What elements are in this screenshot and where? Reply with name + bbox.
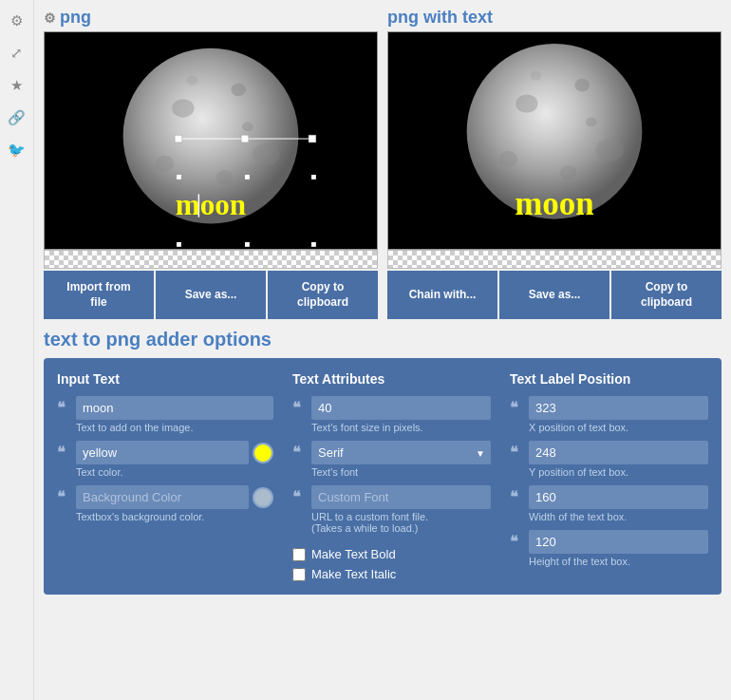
bg-color-swatch[interactable] — [253, 487, 273, 508]
moon-field-row: ❝ — [57, 396, 273, 420]
options-panel: Input Text ❝ Text to add on the image. ❝… — [44, 358, 722, 595]
twitter-icon[interactable]: 🐦 — [8, 141, 27, 160]
text-attributes-col-title: Text Attributes — [292, 371, 491, 387]
font-size-field-group: ❝ Text's font size in pixels. — [292, 396, 491, 435]
star-icon[interactable]: ★ — [8, 76, 27, 95]
copy-to-clipboard-button-png[interactable]: Copy to clipboard — [268, 271, 378, 319]
bg-color-field[interactable] — [76, 485, 249, 509]
svg-point-29 — [560, 165, 577, 180]
input-text-col: Input Text ❝ Text to add on the image. ❝… — [57, 371, 273, 581]
png-buttons: Import from file Save as... Copy to clip… — [44, 271, 378, 319]
svg-rect-17 — [311, 175, 316, 180]
input-text-label: Text to add on the image. — [76, 422, 273, 433]
text-color-field[interactable] — [76, 441, 249, 464]
png-with-text-panel: png with text — [387, 8, 722, 319]
italic-checkbox-row: Make Text Italic — [292, 567, 491, 581]
moon-field-group: ❝ Text to add on the image. — [57, 396, 273, 435]
input-text-col-title: Input Text — [57, 371, 273, 387]
svg-point-6 — [156, 156, 174, 173]
save-as-button-png[interactable]: Save as... — [156, 271, 266, 319]
text-position-col-title: Text Label Position — [510, 371, 708, 387]
quote-icon-1: ❝ — [57, 399, 72, 417]
font-select[interactable]: Serif Sans-serif Monospace Cursive — [311, 441, 491, 464]
quote-icon-10: ❝ — [510, 533, 525, 551]
y-pos-field-group: ❝ Y position of text box. — [510, 441, 708, 480]
svg-point-5 — [253, 143, 280, 165]
svg-point-25 — [515, 94, 537, 112]
font-size-field-row: ❝ — [292, 396, 491, 420]
input-text-field[interactable] — [76, 396, 273, 420]
quote-icon-6: ❝ — [292, 488, 308, 506]
font-field-group: ❝ Serif Sans-serif Monospace Cursive ▼ T… — [292, 441, 491, 480]
svg-rect-19 — [245, 242, 250, 247]
height-field-row: ❝ — [510, 530, 708, 554]
width-label: Width of the text box. — [529, 511, 708, 522]
x-pos-label: X position of text box. — [529, 422, 708, 433]
text-color-swatch[interactable] — [253, 443, 273, 464]
svg-point-26 — [574, 79, 590, 92]
svg-point-30 — [531, 71, 542, 81]
sidebar: ⚙ ⤢ ★ 🔗 🐦 — [0, 0, 34, 602]
custom-font-field[interactable] — [311, 485, 491, 509]
copy-to-clipboard-button-png-text[interactable]: Copy to clipboard — [611, 271, 722, 319]
png-moon-svg: moon — [45, 32, 377, 249]
expand-icon[interactable]: ⤢ — [8, 44, 27, 63]
chain-with-button[interactable]: Chain with... — [387, 271, 497, 319]
gear-icon[interactable]: ⚙ — [8, 11, 27, 30]
options-title: text to png adder options — [44, 329, 722, 350]
content-area: ⚙ png — [34, 0, 731, 602]
x-pos-field[interactable] — [529, 396, 708, 420]
bold-checkbox-row: Make Text Bold — [292, 547, 491, 561]
svg-rect-13 — [309, 135, 316, 142]
save-as-button-png-text[interactable]: Save as... — [499, 271, 609, 319]
height-field-group: ❝ Height of the text box. — [510, 530, 708, 569]
italic-checkbox[interactable] — [292, 568, 306, 581]
text-color-field-row: ❝ — [57, 441, 273, 464]
panels-row: ⚙ png — [44, 8, 722, 319]
text-color-label: Text color. — [76, 466, 273, 478]
custom-font-label: URL to a custom font file. (Takes a whil… — [311, 511, 491, 534]
svg-point-3 — [172, 99, 194, 117]
svg-rect-20 — [311, 242, 316, 247]
quote-icon-8: ❝ — [510, 444, 525, 462]
x-pos-field-group: ❝ X position of text box. — [510, 396, 708, 435]
quote-icon-5: ❝ — [292, 444, 308, 462]
quote-icon-9: ❝ — [510, 488, 525, 506]
import-from-file-button[interactable]: Import from file — [44, 271, 154, 319]
png-text-transparent-strip — [387, 250, 722, 269]
bold-checkbox[interactable] — [292, 548, 306, 561]
png-image-container: moon — [44, 31, 378, 250]
svg-text:moon: moon — [515, 185, 594, 222]
text-position-col: Text Label Position ❝ X position of text… — [510, 371, 708, 581]
x-pos-field-row: ❝ — [510, 396, 708, 420]
font-size-label: Text's font size in pixels. — [311, 422, 491, 433]
link-icon[interactable]: 🔗 — [8, 108, 27, 127]
svg-rect-12 — [241, 135, 249, 142]
text-color-field-group: ❝ Text color. — [57, 441, 273, 480]
svg-point-8 — [187, 76, 198, 85]
svg-rect-11 — [175, 135, 182, 142]
y-pos-field-row: ❝ — [510, 441, 708, 464]
width-field-group: ❝ Width of the text box. — [510, 485, 708, 524]
quote-icon-4: ❝ — [292, 399, 308, 417]
bg-color-field-group: ❝ Textbox's background color. — [57, 485, 273, 524]
png-transparent-strip — [44, 250, 378, 269]
quote-icon-2: ❝ — [57, 444, 72, 462]
png-text-image-container: moon — [387, 31, 722, 250]
height-field[interactable] — [529, 530, 708, 554]
png-with-text-title: png with text — [387, 8, 722, 28]
svg-point-9 — [242, 123, 253, 132]
svg-point-31 — [586, 118, 597, 127]
font-size-field[interactable] — [311, 396, 491, 420]
bg-color-field-row: ❝ — [57, 485, 273, 509]
svg-rect-15 — [177, 175, 181, 180]
svg-rect-18 — [177, 242, 181, 247]
svg-point-4 — [231, 84, 246, 97]
y-pos-field[interactable] — [529, 441, 708, 464]
custom-font-field-group: ❝ URL to a custom font file. (Takes a wh… — [292, 485, 491, 536]
width-field[interactable] — [529, 485, 708, 509]
text-attributes-col: Text Attributes ❝ Text's font size in pi… — [292, 371, 491, 581]
quote-icon-3: ❝ — [57, 488, 72, 506]
svg-point-28 — [499, 151, 517, 168]
svg-point-7 — [216, 170, 234, 185]
